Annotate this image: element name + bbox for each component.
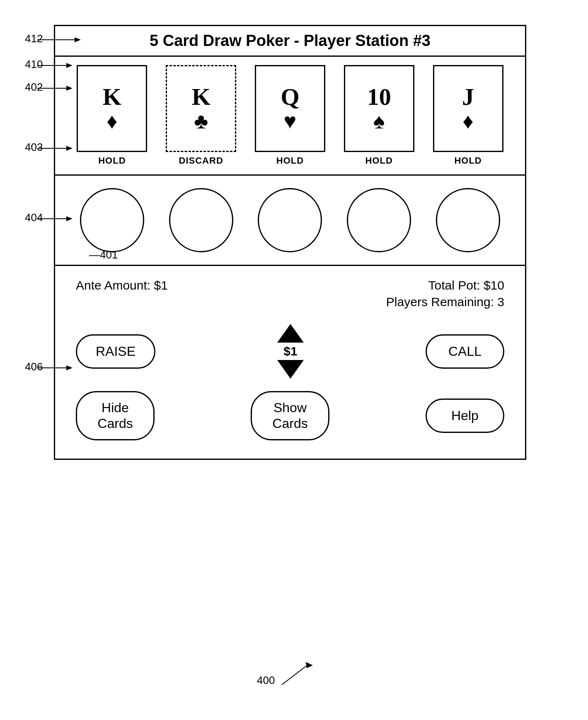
- card-3-label[interactable]: HOLD: [276, 155, 304, 166]
- amount-up-arrow[interactable]: [277, 324, 304, 343]
- players-remaining: Players Remaining: 3: [386, 295, 504, 309]
- game-title: 5 Card Draw Poker - Player Station #3: [150, 32, 431, 49]
- actions-row-2: Hide Cards Show Cards Help: [76, 391, 504, 440]
- svg-marker-9: [66, 216, 73, 221]
- annotation-402-arrow: [37, 82, 79, 95]
- call-button[interactable]: CALL: [426, 334, 504, 369]
- actions-row-1: RAISE $1 CALL: [76, 324, 504, 379]
- annotation-412-arrow: [37, 34, 87, 46]
- help-button[interactable]: Help: [426, 399, 504, 433]
- hold-buttons-section: [55, 176, 525, 266]
- amount-control: $1: [277, 324, 304, 379]
- hold-button-2[interactable]: [169, 188, 233, 252]
- show-cards-line1: Show: [273, 400, 307, 416]
- annotation-403-arrow: [37, 143, 79, 155]
- card-wrapper-1: K ♦ HOLD: [77, 65, 147, 166]
- cards-section: K ♦ HOLD K ♣ DISCARD Q ♥ HOLD: [55, 57, 525, 176]
- pot-info: Total Pot: $10 Players Remaining: 3: [386, 278, 504, 312]
- svg-marker-13: [306, 662, 313, 668]
- info-section: Ante Amount: $1 Total Pot: $10 Players R…: [55, 266, 525, 320]
- card-1-suit: ♦: [106, 111, 118, 132]
- show-cards-line2: Cards: [272, 416, 307, 431]
- annotation-410-arrow: [37, 60, 79, 72]
- card-3-rank: Q: [281, 85, 299, 109]
- annotation-410: 410: [25, 58, 43, 71]
- annotation-402: 402: [25, 81, 43, 94]
- card-1-rank: K: [103, 85, 121, 109]
- annotation-404-arrow: [37, 213, 79, 225]
- svg-marker-1: [75, 37, 81, 42]
- ante-amount: Ante Amount: $1: [76, 278, 168, 292]
- card-4: 10 ♠: [344, 65, 414, 152]
- card-4-suit: ♠: [373, 111, 385, 132]
- svg-marker-5: [66, 86, 73, 91]
- card-5-label[interactable]: HOLD: [454, 155, 482, 166]
- svg-marker-3: [66, 63, 73, 68]
- svg-line-12: [282, 664, 309, 685]
- game-frame: 5 Card Draw Poker - Player Station #3 K …: [54, 25, 526, 460]
- actions-section: RAISE $1 CALL Hide Cards Show Cards: [55, 320, 525, 453]
- card-2-label[interactable]: DISCARD: [179, 155, 223, 166]
- card-2: K ♣: [166, 65, 236, 152]
- annotation-406: 406: [25, 360, 43, 373]
- card-wrapper-4: 10 ♠ HOLD: [344, 65, 414, 166]
- annotation-403: 403: [25, 141, 43, 154]
- card-wrapper-3: Q ♥ HOLD: [255, 65, 325, 166]
- card-1: K ♦: [77, 65, 147, 152]
- card-3: Q ♥: [255, 65, 325, 152]
- hold-button-5[interactable]: [436, 188, 500, 252]
- svg-marker-11: [66, 365, 73, 370]
- card-3-suit: ♥: [284, 111, 297, 132]
- annotation-400: 400: [257, 674, 275, 686]
- svg-marker-7: [66, 146, 73, 151]
- card-2-suit: ♣: [194, 111, 208, 132]
- annotation-412: 412: [25, 32, 43, 45]
- hold-button-3[interactable]: [258, 188, 322, 252]
- hide-cards-line1: Hide: [102, 400, 129, 416]
- card-4-label[interactable]: HOLD: [365, 155, 393, 166]
- hide-cards-line2: Cards: [97, 416, 133, 431]
- page-container: 5 Card Draw Poker - Player Station #3 K …: [0, 0, 588, 720]
- card-5-suit: ♦: [462, 111, 474, 132]
- card-4-rank: 10: [367, 85, 391, 109]
- hide-cards-button[interactable]: Hide Cards: [76, 391, 155, 440]
- amount-down-arrow[interactable]: [277, 360, 304, 379]
- raise-button[interactable]: RAISE: [76, 334, 155, 369]
- ante-info: Ante Amount: $1: [76, 278, 168, 292]
- card-5: J ♦: [433, 65, 503, 152]
- card-wrapper-5: J ♦ HOLD: [433, 65, 503, 166]
- card-wrapper-2: K ♣ DISCARD: [166, 65, 236, 166]
- annotation-404: 404: [25, 211, 43, 224]
- annotation-400-arrow: [282, 662, 323, 687]
- annotation-406-arrow: [37, 362, 79, 374]
- hold-button-1[interactable]: [80, 188, 144, 252]
- show-cards-button[interactable]: Show Cards: [251, 391, 329, 440]
- annotation-400-container: 400: [257, 674, 275, 687]
- card-1-label[interactable]: HOLD: [98, 155, 126, 166]
- annotation-401: —401: [89, 249, 118, 261]
- hold-button-4[interactable]: [347, 188, 411, 252]
- amount-label: $1: [283, 344, 297, 358]
- card-5-rank: J: [462, 85, 474, 109]
- title-bar: 5 Card Draw Poker - Player Station #3: [55, 26, 525, 57]
- card-2-rank: K: [192, 85, 211, 109]
- total-pot: Total Pot: $10: [386, 278, 504, 292]
